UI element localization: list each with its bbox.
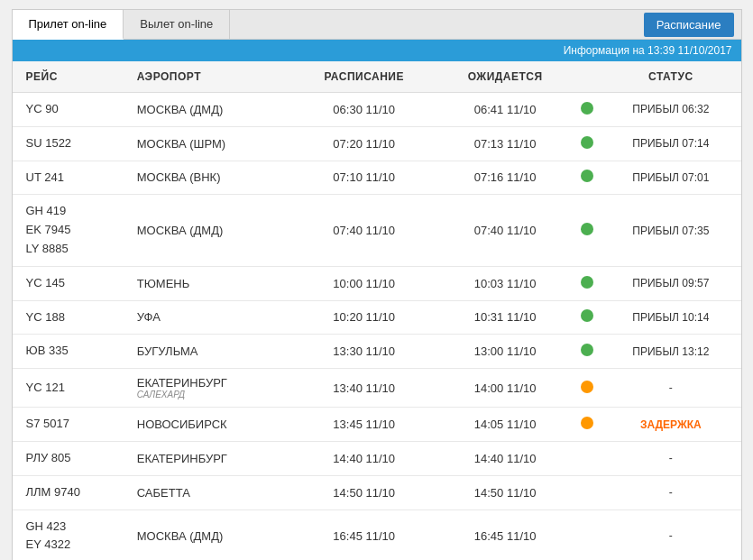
cell-status: - [601,369,740,408]
cell-dot [574,408,601,442]
cell-flight: РЛУ 805 [13,441,128,475]
col-dot [574,61,601,93]
cell-airport: САБЕТТА [128,475,292,510]
table-row: UT 241МОСКВА (ВНК)07:10 11/1007:16 11/10… [13,161,741,195]
table-row: YC 145ТЮМЕНЬ10:00 11/1010:03 11/10ПРИБЫЛ… [13,266,741,300]
col-expected: ОЖИДАЕТСЯ [436,61,574,93]
cell-airport: МОСКВА (ШРМ) [128,126,292,161]
cell-schedule: 07:20 11/10 [291,126,436,161]
cell-schedule: 10:20 11/10 [291,300,436,335]
cell-status: ПРИБЫЛ 13:12 [601,335,740,369]
table-row: РЛУ 805ЕКАТЕРИНБУРГ14:40 11/1014:40 11/1… [13,441,741,475]
cell-schedule: 14:40 11/10 [291,441,436,475]
cell-schedule: 06:30 11/10 [291,93,436,127]
cell-expected: 14:40 11/10 [436,441,574,475]
cell-dot [574,126,601,161]
cell-dot [574,441,601,475]
cell-dot [574,161,601,195]
table-row: S7 5017НОВОСИБИРСК13:45 11/1014:05 11/10… [13,408,741,442]
cell-status: ПРИБЫЛ 07:35 [601,195,740,266]
cell-status: - [601,475,740,510]
cell-dot [574,475,601,510]
cell-flight: YC 188 [13,300,128,335]
table-header-row: РЕЙС АЭРОПОРТ РАСПИСАНИЕ ОЖИДАЕТСЯ СТАТУ… [13,61,741,93]
cell-dot [574,335,601,369]
cell-flight: YC 145 [13,266,128,300]
cell-dot [574,300,601,335]
main-container: Прилет on-line Вылет on-line Расписание … [12,9,742,560]
table-row: YC 121ЕКАТЕРИНБУРГСАЛЕХАРД13:40 11/1014:… [13,369,741,408]
cell-expected: 14:50 11/10 [436,475,574,510]
cell-status: ЗАДЕРЖКА [601,408,740,442]
cell-airport: ЕКАТЕРИНБУРГСАЛЕХАРД [128,369,292,408]
table-row: GH 423 EY 4322МОСКВА (ДМД)16:45 11/1016:… [13,510,741,560]
table-row: SU 1522МОСКВА (ШРМ)07:20 11/1007:13 11/1… [13,126,741,161]
cell-expected: 07:40 11/10 [436,195,574,266]
cell-schedule: 07:40 11/10 [291,195,436,266]
cell-status: - [601,441,740,475]
cell-expected: 06:41 11/10 [436,93,574,127]
cell-schedule: 07:10 11/10 [291,161,436,195]
cell-status: ПРИБЫЛ 07:01 [601,161,740,195]
table-row: GH 419 EK 7945 LY 8885МОСКВА (ДМД)07:40 … [13,195,741,266]
table-row: YC 90МОСКВА (ДМД)06:30 11/1006:41 11/10П… [13,93,741,127]
cell-flight: GH 423 EY 4322 [13,510,128,560]
table-row: YC 188УФА10:20 11/1010:31 11/10ПРИБЫЛ 10… [13,300,741,335]
cell-dot [574,195,601,266]
info-bar: Информация на 13:39 11/10/2017 [13,40,741,61]
cell-airport: МОСКВА (ДМД) [128,195,292,266]
cell-expected: 13:00 11/10 [436,335,574,369]
cell-expected: 10:03 11/10 [436,266,574,300]
cell-schedule: 16:45 11/10 [291,510,436,560]
cell-schedule: 10:00 11/10 [291,266,436,300]
schedule-button[interactable]: Расписание [644,13,734,37]
cell-expected: 07:16 11/10 [436,161,574,195]
cell-airport: БУГУЛЬМА [128,335,292,369]
cell-flight: GH 419 EK 7945 LY 8885 [13,195,128,266]
tab-bar: Прилет on-line Вылет on-line Расписание [13,10,741,40]
cell-dot [574,93,601,127]
cell-flight: YC 121 [13,369,128,408]
cell-expected: 14:05 11/10 [436,408,574,442]
cell-dot [574,510,601,560]
cell-airport: НОВОСИБИРСК [128,408,292,442]
cell-flight: ЛЛМ 9740 [13,475,128,510]
cell-expected: 14:00 11/10 [436,369,574,408]
cell-dot [574,266,601,300]
cell-airport: МОСКВА (ВНК) [128,161,292,195]
flights-table: РЕЙС АЭРОПОРТ РАСПИСАНИЕ ОЖИДАЕТСЯ СТАТУ… [13,61,741,560]
cell-status: ПРИБЫЛ 10:14 [601,300,740,335]
cell-flight: S7 5017 [13,408,128,442]
table-body: YC 90МОСКВА (ДМД)06:30 11/1006:41 11/10П… [13,93,741,561]
cell-schedule: 13:40 11/10 [291,369,436,408]
cell-status: - [601,510,740,560]
cell-schedule: 14:50 11/10 [291,475,436,510]
cell-schedule: 13:30 11/10 [291,335,436,369]
col-flight: РЕЙС [13,61,128,93]
col-schedule: РАСПИСАНИЕ [291,61,436,93]
cell-status: ПРИБЫЛ 06:32 [601,93,740,127]
cell-flight: ЮВ 335 [13,335,128,369]
cell-airport: МОСКВА (ДМД) [128,93,292,127]
cell-airport: ЕКАТЕРИНБУРГ [128,441,292,475]
cell-status: ПРИБЫЛ 09:57 [601,266,740,300]
tab-departures[interactable]: Вылет on-line [124,10,230,39]
cell-status: ПРИБЫЛ 07:14 [601,126,740,161]
col-airport: АЭРОПОРТ [128,61,292,93]
tab-arrivals[interactable]: Прилет on-line [13,10,124,40]
cell-flight: UT 241 [13,161,128,195]
cell-flight: SU 1522 [13,126,128,161]
cell-airport: ТЮМЕНЬ [128,266,292,300]
cell-flight: YC 90 [13,93,128,127]
cell-expected: 16:45 11/10 [436,510,574,560]
col-status: СТАТУС [601,61,740,93]
cell-expected: 10:31 11/10 [436,300,574,335]
cell-airport: УФА [128,300,292,335]
cell-airport: МОСКВА (ДМД) [128,510,292,560]
table-row: ЛЛМ 9740САБЕТТА14:50 11/1014:50 11/10- [13,475,741,510]
table-row: ЮВ 335БУГУЛЬМА13:30 11/1013:00 11/10ПРИБ… [13,335,741,369]
cell-dot [574,369,601,408]
cell-schedule: 13:45 11/10 [291,408,436,442]
cell-expected: 07:13 11/10 [436,126,574,161]
